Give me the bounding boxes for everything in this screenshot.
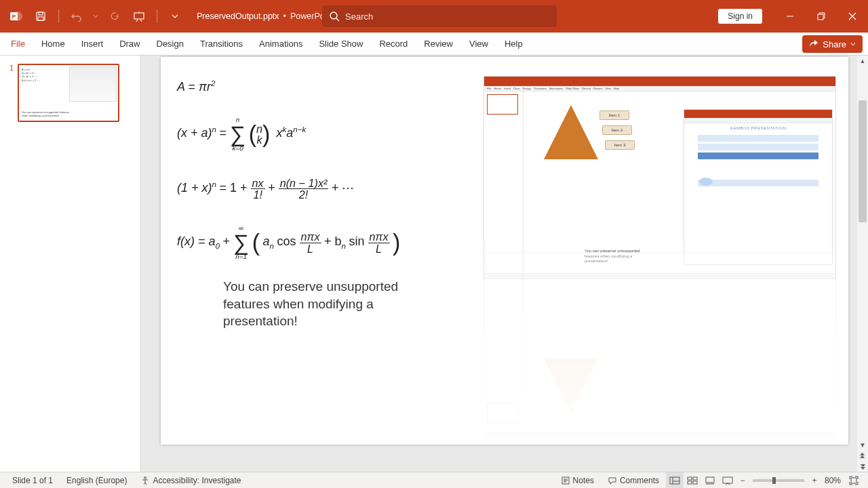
svg-rect-4: [39, 12, 43, 15]
title-bar: P PreservedOutput.pptx • PowerPoint Sign…: [0, 0, 868, 33]
signin-button[interactable]: Sign in: [718, 9, 762, 24]
svg-rect-18: [851, 478, 856, 483]
zoom-level[interactable]: 80%: [821, 472, 845, 488]
tab-review[interactable]: Review: [416, 33, 461, 55]
qat-customize-icon[interactable]: [165, 7, 184, 26]
status-language[interactable]: English (Europe): [60, 472, 134, 488]
tab-draw[interactable]: Draw: [111, 33, 148, 55]
tab-help[interactable]: Help: [496, 33, 531, 55]
svg-rect-11: [670, 477, 679, 484]
reading-view-button[interactable]: [701, 472, 719, 489]
svg-rect-14: [688, 481, 692, 484]
thumbnail-slide-1[interactable]: 1 A = πr²(x+a)ⁿ = Σ …(1+x)ⁿ = 1 + …f(x) …: [7, 64, 134, 122]
svg-rect-6: [134, 13, 144, 19]
doc-name-text: PreservedOutput.pptx: [197, 12, 279, 21]
zoom-out-button[interactable]: −: [736, 472, 749, 489]
close-button[interactable]: [837, 0, 868, 33]
redo-button[interactable]: [105, 7, 124, 26]
tab-design[interactable]: Design: [149, 33, 192, 55]
comments-button[interactable]: Comments: [601, 472, 666, 488]
embedded-right-title: GEMBOX.PRESENTATION: [684, 123, 832, 133]
search-icon: [329, 11, 340, 22]
vertical-scrollbar[interactable]: ▲ ▼ ⯭ ⯯: [857, 56, 868, 472]
zoom-slider[interactable]: [753, 479, 804, 482]
notes-icon: [561, 476, 570, 485]
equation-3[interactable]: (1 + x)n = 1 + nx1! + n(n − 1)x²2! + ⋯: [177, 178, 354, 200]
notes-label: Notes: [573, 476, 594, 485]
thumbnail-number: 1: [7, 64, 14, 122]
workspace: 1 A = πr²(x+a)ⁿ = Σ …(1+x)ⁿ = 1 + …f(x) …: [0, 56, 868, 472]
scrollbar-thumb[interactable]: [859, 100, 867, 222]
accessibility-label: Accessibility: Investigate: [153, 476, 241, 485]
svg-rect-12: [688, 477, 692, 480]
svg-point-9: [144, 476, 146, 479]
save-button[interactable]: [31, 7, 50, 26]
ribbon-tabs: File Home Insert Draw Design Transitions…: [0, 33, 868, 56]
thumbnail-preview[interactable]: A = πr²(x+a)ⁿ = Σ …(1+x)ⁿ = 1 + …f(x) = …: [18, 64, 119, 122]
embedded-item-3: Item 3: [605, 140, 635, 150]
prev-slide-icon[interactable]: ⯭: [859, 452, 866, 460]
scroll-up-icon[interactable]: ▲: [857, 56, 868, 66]
search-input[interactable]: [345, 12, 550, 22]
slide[interactable]: A = πr2 (x + a)n = n∑k=0 (nk) xkan−k (1 …: [161, 57, 848, 445]
embedded-item-1: Item 1: [599, 110, 629, 120]
maximize-button[interactable]: [806, 0, 837, 33]
tab-file[interactable]: File: [3, 33, 33, 55]
zoom-in-button[interactable]: +: [808, 472, 821, 489]
tab-record[interactable]: Record: [371, 33, 416, 55]
svg-rect-17: [723, 477, 732, 483]
tab-home[interactable]: Home: [33, 33, 73, 55]
slideshow-view-button[interactable]: [719, 472, 736, 489]
svg-text:P: P: [12, 14, 16, 20]
status-slide-info[interactable]: Slide 1 of 1: [5, 472, 60, 488]
svg-rect-16: [706, 477, 714, 483]
slide-body-text[interactable]: You can preserve unsupported features wh…: [223, 278, 413, 330]
tab-insert[interactable]: Insert: [73, 33, 112, 55]
svg-point-7: [330, 12, 337, 19]
share-label: Share: [823, 39, 846, 49]
tab-view[interactable]: View: [461, 33, 496, 55]
chevron-down-icon: [850, 41, 856, 47]
equation-4[interactable]: f(x) = a0 + ∞∑n=1 ( an cos nπxL + bn sin…: [177, 225, 400, 260]
tab-transitions[interactable]: Transitions: [192, 33, 251, 55]
svg-rect-5: [38, 17, 43, 20]
minimize-button[interactable]: [774, 0, 806, 33]
status-accessibility[interactable]: Accessibility: Investigate: [134, 472, 248, 488]
slideshow-from-start-button[interactable]: [130, 7, 149, 26]
thumbnail-pane[interactable]: 1 A = πr²(x+a)ⁿ = Σ …(1+x)ⁿ = 1 + …f(x) …: [0, 56, 141, 472]
normal-view-button[interactable]: [666, 472, 684, 489]
svg-rect-8: [818, 14, 823, 20]
embedded-item-2: Item 2: [602, 125, 632, 135]
share-button[interactable]: Share: [802, 35, 863, 53]
slide-sorter-button[interactable]: [684, 472, 701, 489]
search-box[interactable]: [322, 5, 557, 27]
app-icon: P: [7, 7, 26, 26]
svg-rect-15: [693, 481, 697, 484]
status-bar: Slide 1 of 1 English (Europe) Accessibil…: [0, 472, 868, 488]
slide-canvas-area: A = πr2 (x + a)n = n∑k=0 (nk) xkan−k (1 …: [141, 56, 868, 472]
undo-button[interactable]: [67, 7, 86, 26]
svg-rect-13: [693, 477, 697, 480]
document-title: PreservedOutput.pptx • PowerPoint: [197, 12, 334, 21]
scroll-down-icon[interactable]: ▼: [859, 441, 866, 449]
comments-icon: [608, 476, 617, 485]
notes-button[interactable]: Notes: [554, 472, 601, 488]
equation-2[interactable]: (x + a)n = n∑k=0 (nk) xkan−k: [177, 117, 306, 152]
undo-dropdown-icon[interactable]: [92, 7, 100, 26]
equation-1[interactable]: A = πr2: [177, 79, 216, 94]
fit-to-window-button[interactable]: [845, 472, 863, 489]
share-icon: [809, 39, 818, 49]
tab-animations[interactable]: Animations: [251, 33, 311, 55]
embedded-image[interactable]: FileHomeInsertDrawDesignTransitionsAnima…: [484, 76, 836, 442]
accessibility-icon: [140, 476, 150, 485]
comments-label: Comments: [620, 476, 659, 485]
next-slide-icon[interactable]: ⯯: [859, 463, 866, 470]
tab-slideshow[interactable]: Slide Show: [311, 33, 371, 55]
